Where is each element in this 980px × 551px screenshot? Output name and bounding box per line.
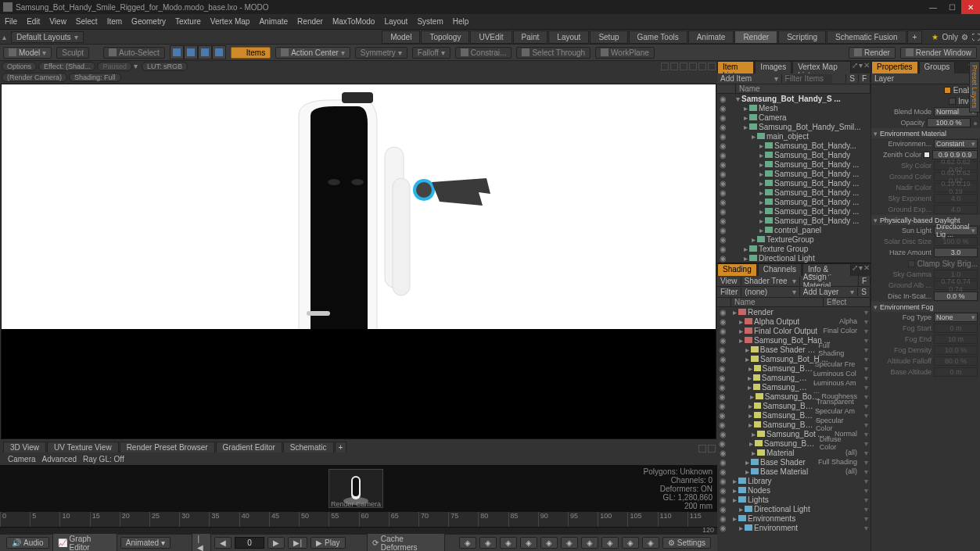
shader-s-button[interactable]: S	[858, 288, 871, 296]
viewport-tab-3d[interactable]: 3D View	[3, 442, 46, 453]
audio-button[interactable]: 🔊Audio	[6, 537, 49, 549]
viewport-tab-gradient[interactable]: Gradient Editor	[216, 442, 282, 453]
step-back-button[interactable]: ◀	[214, 537, 232, 549]
viewport-shading-chip[interactable]: Shading: Full	[69, 73, 121, 82]
invert-checkbox[interactable]	[949, 98, 956, 105]
shader-row[interactable]: ◉▸Samsung_Bot ...Specular Color▾	[717, 420, 871, 429]
key-tool-2[interactable]: ◈	[479, 537, 497, 549]
key-tool-9[interactable]: ◈	[622, 537, 639, 549]
shader-row[interactable]: ◉▸Material(all)▾	[717, 448, 871, 457]
shader-row[interactable]: ◉▸Library▾	[717, 476, 871, 485]
shader-f-button[interactable]: F	[859, 277, 871, 285]
go-end-button[interactable]: ▶|	[288, 537, 307, 549]
vertex-mode-icon[interactable]	[170, 45, 184, 59]
viewport-options-chip[interactable]: Options	[2, 62, 37, 71]
shader-row[interactable]: ◉▸Final Color OutputFinal Color▾	[717, 326, 871, 335]
tree-row[interactable]: ◉▸Samsung_Bot_Handy ...	[717, 178, 871, 188]
action-center-button[interactable]: Action Center▾	[275, 47, 350, 59]
menu-view[interactable]: View	[49, 17, 66, 26]
channels-tab[interactable]: Channels	[758, 263, 802, 276]
menu-help[interactable]: Help	[453, 17, 469, 26]
dropdown-icon[interactable]: ▾	[134, 62, 140, 71]
shader-row[interactable]: ◉▸Base Material(all)▾	[717, 467, 871, 476]
viewport-3d[interactable]	[1, 84, 716, 439]
menu-system[interactable]: System	[417, 17, 443, 26]
sculpt-button[interactable]: Sculpt	[56, 47, 89, 59]
panel-menu-icon-2[interactable]: ▾	[859, 263, 863, 276]
animated-dropdown[interactable]: Animated ▾	[120, 537, 171, 549]
viewport-nav-icon-5[interactable]	[698, 63, 706, 70]
environment-material-header[interactable]: Environment Material	[871, 128, 980, 138]
menu-layout[interactable]: Layout	[384, 17, 407, 26]
menu-select[interactable]: Select	[76, 17, 98, 26]
opacity-field[interactable]: 100.0 %	[927, 118, 971, 127]
viewport-tab-add[interactable]: +	[335, 442, 347, 453]
items-button[interactable]: Items	[231, 47, 271, 59]
tree-row[interactable]: ◉▸Samsung_Bot_Handy_Smil...	[717, 122, 871, 131]
shader-tree-dropdown[interactable]: Shader Tree	[745, 277, 788, 285]
render-button[interactable]: Render	[849, 47, 896, 59]
layout-tab-gametools[interactable]: Game Tools	[629, 30, 687, 44]
shader-row[interactable]: ◉▸Render▾	[717, 307, 871, 317]
layout-tab-uvedit[interactable]: UVEdit	[470, 30, 512, 44]
viewport-lut-chip[interactable]: LUT: sRGB	[142, 62, 188, 71]
key-tool-8[interactable]: ◈	[601, 537, 619, 549]
model-button[interactable]: Model▾	[3, 47, 52, 59]
key-tool-5[interactable]: ◈	[540, 537, 558, 549]
menu-vertexmap[interactable]: Vertex Map	[210, 17, 250, 26]
shader-row[interactable]: ◉▸Directional Light▾	[717, 504, 871, 513]
menu-animate[interactable]: Animate	[259, 17, 288, 26]
material-mode-icon[interactable]	[212, 45, 226, 59]
play-button[interactable]: ▶ Play	[311, 537, 345, 549]
tree-row[interactable]: ◉▸Samsung_Bot_Handy ...	[717, 188, 871, 197]
key-tool-6[interactable]: ◈	[561, 537, 578, 549]
tree-row[interactable]: ◉▸Samsung_Bot_Handy ...	[717, 206, 871, 216]
auto-select-button[interactable]: Auto-Select	[103, 47, 165, 59]
key-tool-10[interactable]: ◈	[642, 537, 659, 549]
shader-row[interactable]: ◉▸Samsung_Bot ...Diffuse Color▾	[717, 438, 871, 448]
viewport-nav-icon-6[interactable]	[708, 63, 716, 70]
tree-row[interactable]: ◉▸Camera	[717, 113, 871, 122]
sun-light-dropdown[interactable]: Directional Lig ...	[934, 226, 978, 235]
item-s-button[interactable]: S	[846, 74, 859, 83]
viewport-effect-chip[interactable]: Effect: (Shad...	[38, 62, 95, 71]
item-list-tab[interactable]: Item List	[717, 61, 754, 73]
gear-icon[interactable]: ⚙	[961, 33, 969, 41]
tree-row[interactable]: ◉▾Samsung_Bot_Handy_S ...	[717, 94, 871, 103]
groups-tab[interactable]: Groups	[919, 61, 956, 73]
layout-tab-paint[interactable]: Paint	[513, 30, 548, 44]
shader-row[interactable]: ◉▸Nodes▾	[717, 485, 871, 495]
viewport-nav-icon-4[interactable]	[689, 63, 697, 70]
menu-texture[interactable]: Texture	[175, 17, 201, 26]
tree-row[interactable]: ◉▸Mesh	[717, 103, 871, 113]
tree-row[interactable]: ◉▸Samsung_Bot_Handy ...	[717, 216, 871, 225]
viewport-tab-uv[interactable]: UV Texture View	[47, 442, 119, 453]
current-frame-input[interactable]: 0	[235, 537, 265, 549]
viewport-paused-chip[interactable]: Paused	[97, 62, 132, 71]
layout-tab-render[interactable]: Render	[734, 30, 777, 44]
cache-deformers-button[interactable]: ⟳ Cache Deformers	[367, 533, 445, 552]
viewport-tabrow-icon-1[interactable]	[698, 445, 706, 453]
layout-tab-layout[interactable]: Layout	[548, 30, 589, 44]
menu-item[interactable]: Item	[107, 17, 122, 26]
filter-items-input[interactable]	[785, 74, 832, 83]
ray-gl-label[interactable]: Ray GL: Off	[83, 455, 124, 463]
filter-none[interactable]: (none)	[745, 288, 767, 296]
step-forward-button[interactable]: ▶	[267, 537, 285, 549]
viewport-rendercam-chip[interactable]: (Render Camera)	[2, 73, 67, 82]
add-item-button[interactable]: Add Item	[720, 74, 752, 83]
go-start-button[interactable]: |◀	[192, 533, 210, 552]
zenith-swatch[interactable]	[924, 152, 930, 158]
menu-file[interactable]: File	[5, 17, 17, 26]
item-f-button[interactable]: F	[859, 74, 871, 83]
falloff-button[interactable]: Falloff▾	[412, 47, 451, 59]
shader-row[interactable]: ◉▸Lights▾	[717, 495, 871, 504]
tree-row[interactable]: ◉▸Texture Group	[717, 244, 871, 253]
camera-label[interactable]: Camera	[8, 455, 36, 463]
tree-row[interactable]: ◉▸Samsung_Bot_Handy...	[717, 141, 871, 150]
shader-row[interactable]: ◉▸Environments▾	[717, 513, 871, 523]
key-tool-3[interactable]: ◈	[500, 537, 517, 549]
polygon-mode-icon[interactable]	[198, 45, 212, 59]
key-tool-4[interactable]: ◈	[520, 537, 537, 549]
add-layer-button[interactable]: Add Layer	[803, 288, 839, 296]
